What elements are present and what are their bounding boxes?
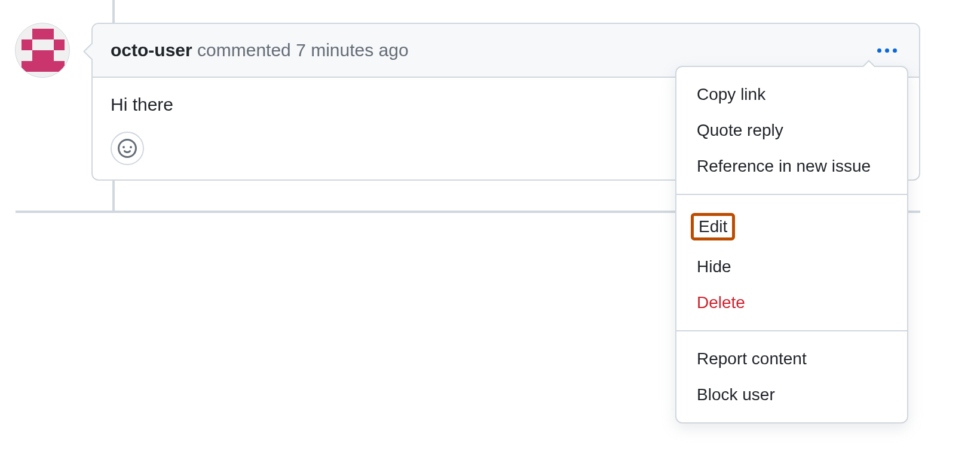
avatar-identicon [16,23,69,77]
dropdown-divider [676,330,907,331]
menu-item-hide[interactable]: Hide [676,249,907,285]
edit-highlight: Edit [691,213,735,240]
menu-item-quote-reply[interactable]: Quote reply [676,112,907,148]
menu-item-report-content[interactable]: Report content [676,341,907,377]
comment-username[interactable]: octo-user [111,40,192,60]
menu-item-copy-link[interactable]: Copy link [676,77,907,112]
dropdown-caret [862,60,876,67]
menu-item-reference-new-issue[interactable]: Reference in new issue [676,148,907,184]
comment-wrapper: octo-user commented 7 minutes ago Hi the… [15,23,920,181]
kebab-icon [877,48,897,53]
comment-timestamp[interactable]: 7 minutes ago [296,40,408,60]
add-reaction-button[interactable] [111,132,144,165]
comment-header-text: octo-user commented 7 minutes ago [111,40,409,60]
comment-box: octo-user commented 7 minutes ago Hi the… [91,23,920,181]
dropdown-divider [676,194,907,195]
smiley-icon [118,139,137,158]
comment-actions-dropdown: Copy link Quote reply Reference in new i… [675,66,908,424]
menu-item-block-user[interactable]: Block user [676,377,907,413]
kebab-menu-button[interactable] [872,36,901,65]
menu-item-delete[interactable]: Delete [676,285,907,321]
avatar[interactable] [15,23,70,78]
menu-item-edit[interactable]: Edit [676,205,907,249]
comment-action: commented [197,40,291,60]
comment-arrow [83,42,93,61]
